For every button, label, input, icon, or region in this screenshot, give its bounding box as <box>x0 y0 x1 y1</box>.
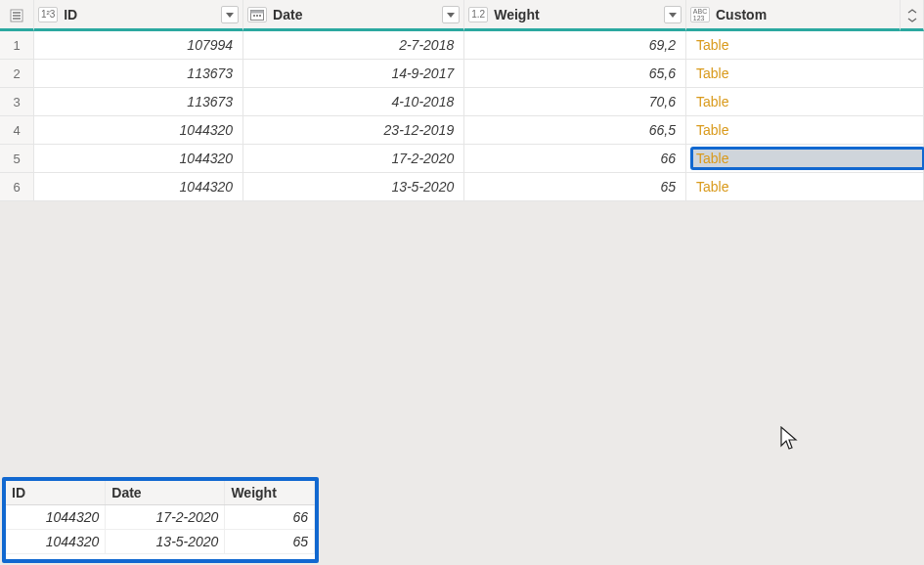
date-type-icon <box>247 7 267 22</box>
table-row[interactable]: 3 113673 4-10-2018 70,6 Table <box>0 88 924 116</box>
cell-date[interactable]: 23-12-2019 <box>243 116 464 145</box>
svg-rect-7 <box>256 15 258 17</box>
row-number: 3 <box>0 88 34 116</box>
table-corner-select-all[interactable] <box>0 0 34 31</box>
cell-date[interactable]: 13-5-2020 <box>243 173 464 201</box>
filter-dropdown-icon[interactable] <box>442 6 460 23</box>
preview-header-weight[interactable]: Weight <box>225 481 315 505</box>
column-header-label: Custom <box>716 7 896 22</box>
cell-weight[interactable]: 65 <box>464 173 686 201</box>
filter-dropdown-icon[interactable] <box>221 6 239 23</box>
table-row[interactable]: 5 1044320 17-2-2020 66 Table <box>0 145 924 173</box>
cell-id[interactable]: 1044320 <box>34 173 243 201</box>
main-data-table[interactable]: 1²3 ID Date <box>0 0 924 201</box>
preview-cell-weight: 65 <box>225 530 315 554</box>
cell-weight[interactable]: 69,2 <box>464 31 686 60</box>
table-link[interactable]: Table <box>692 92 923 111</box>
column-header-date[interactable]: Date <box>243 0 464 31</box>
preview-cell-id: 1044320 <box>6 505 106 530</box>
svg-rect-3 <box>13 18 21 20</box>
cell-date[interactable]: 14-9-2017 <box>243 60 464 88</box>
table-row[interactable]: 4 1044320 23-12-2019 66,5 Table <box>0 116 924 145</box>
cell-weight[interactable]: 70,6 <box>464 88 686 116</box>
column-header-id[interactable]: 1²3 ID <box>34 0 243 31</box>
row-number: 5 <box>0 145 34 173</box>
row-number: 6 <box>0 173 34 201</box>
table-link[interactable]: Table <box>692 149 923 168</box>
decimal-number-type-icon: 1.2 <box>468 7 488 22</box>
cell-custom[interactable]: Table <box>686 88 924 116</box>
cell-weight[interactable]: 66 <box>464 145 686 173</box>
cell-id[interactable]: 1044320 <box>34 116 243 145</box>
preview-cell-weight: 66 <box>225 505 315 530</box>
table-link[interactable]: Table <box>692 177 923 196</box>
preview-cell-date: 17-2-2020 <box>106 505 225 530</box>
cell-weight[interactable]: 65,6 <box>464 60 686 88</box>
column-header-label: ID <box>64 7 215 22</box>
svg-rect-8 <box>259 15 261 17</box>
preview-row[interactable]: 1044320 17-2-2020 66 <box>6 505 315 530</box>
column-header-label: Weight <box>494 7 658 22</box>
preview-header-row: ID Date Weight <box>6 481 315 505</box>
table-row[interactable]: 2 113673 14-9-2017 65,6 Table <box>0 60 924 88</box>
filter-dropdown-icon[interactable] <box>664 6 682 23</box>
table-link[interactable]: Table <box>692 120 923 140</box>
table-body: 1 107994 2-7-2018 69,2 Table 2 113673 14… <box>0 31 924 201</box>
cell-id[interactable]: 113673 <box>34 88 243 116</box>
cell-id[interactable]: 113673 <box>34 60 243 88</box>
column-header-custom[interactable]: ABC123 Custom <box>686 0 901 31</box>
preview-table[interactable]: ID Date Weight 1044320 17-2-2020 66 1044… <box>6 481 315 554</box>
cell-custom-selected[interactable]: Table <box>686 145 924 173</box>
table-link[interactable]: Table <box>692 64 923 83</box>
svg-rect-6 <box>253 15 255 17</box>
cell-date[interactable]: 4-10-2018 <box>243 88 464 116</box>
preview-header-date[interactable]: Date <box>106 481 225 505</box>
column-header-weight[interactable]: 1.2 Weight <box>464 0 686 31</box>
preview-row[interactable]: 1044320 13-5-2020 65 <box>6 530 315 554</box>
any-type-icon: ABC123 <box>690 7 710 22</box>
cell-custom[interactable]: Table <box>686 60 924 88</box>
cell-custom[interactable]: Table <box>686 173 924 201</box>
preview-cell-date: 13-5-2020 <box>106 530 225 554</box>
preview-header-id[interactable]: ID <box>6 481 106 505</box>
cell-custom[interactable]: Table <box>686 116 924 145</box>
cell-date[interactable]: 2-7-2018 <box>243 31 464 60</box>
whole-number-type-icon: 1²3 <box>38 7 58 22</box>
table-row[interactable]: 6 1044320 13-5-2020 65 Table <box>0 173 924 201</box>
row-number: 1 <box>0 31 34 60</box>
cell-date[interactable]: 17-2-2020 <box>243 145 464 173</box>
cell-id[interactable]: 107994 <box>34 31 243 60</box>
row-number: 4 <box>0 116 34 145</box>
cell-weight[interactable]: 66,5 <box>464 116 686 145</box>
nested-table-preview[interactable]: ID Date Weight 1044320 17-2-2020 66 1044… <box>2 477 319 563</box>
column-header-label: Date <box>273 7 436 22</box>
cell-custom[interactable]: Table <box>686 31 924 60</box>
preview-cell-id: 1044320 <box>6 530 106 554</box>
column-header-row: 1²3 ID Date <box>0 0 924 31</box>
svg-rect-5 <box>251 10 264 13</box>
table-row[interactable]: 1 107994 2-7-2018 69,2 Table <box>0 31 924 60</box>
expand-column-button[interactable] <box>901 0 924 31</box>
cell-id[interactable]: 1044320 <box>34 145 243 173</box>
table-link[interactable]: Table <box>692 35 923 55</box>
svg-rect-1 <box>13 12 21 14</box>
svg-rect-2 <box>13 15 21 17</box>
row-number: 2 <box>0 60 34 88</box>
